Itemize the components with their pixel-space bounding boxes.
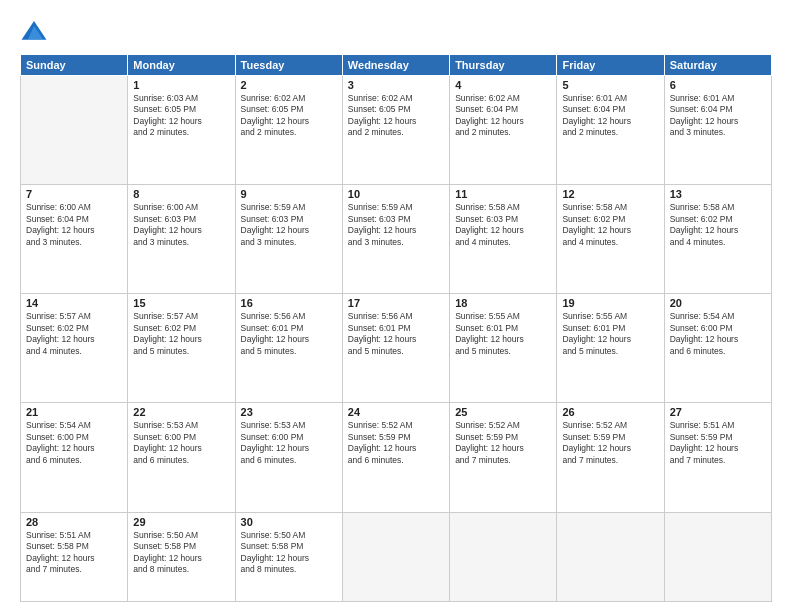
calendar-cell: 14Sunrise: 5:57 AM Sunset: 6:02 PM Dayli…	[21, 294, 128, 403]
day-number: 23	[241, 406, 337, 418]
day-header-row: SundayMondayTuesdayWednesdayThursdayFrid…	[21, 55, 772, 76]
day-info: Sunrise: 5:58 AM Sunset: 6:02 PM Dayligh…	[562, 202, 658, 248]
day-number: 12	[562, 188, 658, 200]
logo	[20, 18, 52, 46]
calendar-cell: 8Sunrise: 6:00 AM Sunset: 6:03 PM Daylig…	[128, 185, 235, 294]
day-info: Sunrise: 5:53 AM Sunset: 6:00 PM Dayligh…	[241, 420, 337, 466]
day-info: Sunrise: 5:59 AM Sunset: 6:03 PM Dayligh…	[241, 202, 337, 248]
week-row-5: 28Sunrise: 5:51 AM Sunset: 5:58 PM Dayli…	[21, 512, 772, 601]
day-number: 27	[670, 406, 766, 418]
day-number: 5	[562, 79, 658, 91]
calendar-cell: 23Sunrise: 5:53 AM Sunset: 6:00 PM Dayli…	[235, 403, 342, 512]
day-number: 29	[133, 516, 229, 528]
calendar-cell: 22Sunrise: 5:53 AM Sunset: 6:00 PM Dayli…	[128, 403, 235, 512]
day-number: 22	[133, 406, 229, 418]
day-info: Sunrise: 6:01 AM Sunset: 6:04 PM Dayligh…	[670, 93, 766, 139]
day-number: 19	[562, 297, 658, 309]
day-info: Sunrise: 6:01 AM Sunset: 6:04 PM Dayligh…	[562, 93, 658, 139]
day-info: Sunrise: 6:00 AM Sunset: 6:03 PM Dayligh…	[133, 202, 229, 248]
day-info: Sunrise: 6:02 AM Sunset: 6:05 PM Dayligh…	[241, 93, 337, 139]
day-number: 24	[348, 406, 444, 418]
calendar-cell: 13Sunrise: 5:58 AM Sunset: 6:02 PM Dayli…	[664, 185, 771, 294]
calendar-cell: 19Sunrise: 5:55 AM Sunset: 6:01 PM Dayli…	[557, 294, 664, 403]
day-number: 21	[26, 406, 122, 418]
day-header-friday: Friday	[557, 55, 664, 76]
day-info: Sunrise: 5:56 AM Sunset: 6:01 PM Dayligh…	[348, 311, 444, 357]
calendar-cell: 9Sunrise: 5:59 AM Sunset: 6:03 PM Daylig…	[235, 185, 342, 294]
day-number: 11	[455, 188, 551, 200]
calendar-cell: 20Sunrise: 5:54 AM Sunset: 6:00 PM Dayli…	[664, 294, 771, 403]
day-header-thursday: Thursday	[450, 55, 557, 76]
calendar-cell	[664, 512, 771, 601]
day-info: Sunrise: 5:56 AM Sunset: 6:01 PM Dayligh…	[241, 311, 337, 357]
day-number: 6	[670, 79, 766, 91]
day-info: Sunrise: 6:02 AM Sunset: 6:05 PM Dayligh…	[348, 93, 444, 139]
day-info: Sunrise: 5:51 AM Sunset: 5:58 PM Dayligh…	[26, 530, 122, 576]
calendar-cell	[21, 76, 128, 185]
calendar-cell: 30Sunrise: 5:50 AM Sunset: 5:58 PM Dayli…	[235, 512, 342, 601]
day-number: 8	[133, 188, 229, 200]
calendar-table: SundayMondayTuesdayWednesdayThursdayFrid…	[20, 54, 772, 602]
day-info: Sunrise: 5:53 AM Sunset: 6:00 PM Dayligh…	[133, 420, 229, 466]
day-info: Sunrise: 5:54 AM Sunset: 6:00 PM Dayligh…	[670, 311, 766, 357]
day-info: Sunrise: 5:52 AM Sunset: 5:59 PM Dayligh…	[455, 420, 551, 466]
day-number: 25	[455, 406, 551, 418]
calendar-cell: 4Sunrise: 6:02 AM Sunset: 6:04 PM Daylig…	[450, 76, 557, 185]
day-info: Sunrise: 6:00 AM Sunset: 6:04 PM Dayligh…	[26, 202, 122, 248]
week-row-2: 7Sunrise: 6:00 AM Sunset: 6:04 PM Daylig…	[21, 185, 772, 294]
day-header-sunday: Sunday	[21, 55, 128, 76]
calendar-cell	[342, 512, 449, 601]
week-row-3: 14Sunrise: 5:57 AM Sunset: 6:02 PM Dayli…	[21, 294, 772, 403]
day-info: Sunrise: 5:52 AM Sunset: 5:59 PM Dayligh…	[348, 420, 444, 466]
calendar-cell: 25Sunrise: 5:52 AM Sunset: 5:59 PM Dayli…	[450, 403, 557, 512]
day-info: Sunrise: 5:50 AM Sunset: 5:58 PM Dayligh…	[133, 530, 229, 576]
day-number: 2	[241, 79, 337, 91]
day-info: Sunrise: 5:59 AM Sunset: 6:03 PM Dayligh…	[348, 202, 444, 248]
header	[20, 18, 772, 46]
day-header-wednesday: Wednesday	[342, 55, 449, 76]
calendar-cell	[557, 512, 664, 601]
day-info: Sunrise: 5:55 AM Sunset: 6:01 PM Dayligh…	[562, 311, 658, 357]
day-info: Sunrise: 6:03 AM Sunset: 6:05 PM Dayligh…	[133, 93, 229, 139]
day-info: Sunrise: 5:55 AM Sunset: 6:01 PM Dayligh…	[455, 311, 551, 357]
calendar-cell: 26Sunrise: 5:52 AM Sunset: 5:59 PM Dayli…	[557, 403, 664, 512]
calendar-cell: 2Sunrise: 6:02 AM Sunset: 6:05 PM Daylig…	[235, 76, 342, 185]
calendar-cell: 18Sunrise: 5:55 AM Sunset: 6:01 PM Dayli…	[450, 294, 557, 403]
day-info: Sunrise: 5:58 AM Sunset: 6:03 PM Dayligh…	[455, 202, 551, 248]
day-info: Sunrise: 5:50 AM Sunset: 5:58 PM Dayligh…	[241, 530, 337, 576]
day-header-tuesday: Tuesday	[235, 55, 342, 76]
day-number: 14	[26, 297, 122, 309]
calendar-cell: 27Sunrise: 5:51 AM Sunset: 5:59 PM Dayli…	[664, 403, 771, 512]
day-number: 28	[26, 516, 122, 528]
calendar-cell: 15Sunrise: 5:57 AM Sunset: 6:02 PM Dayli…	[128, 294, 235, 403]
week-row-4: 21Sunrise: 5:54 AM Sunset: 6:00 PM Dayli…	[21, 403, 772, 512]
calendar-cell: 10Sunrise: 5:59 AM Sunset: 6:03 PM Dayli…	[342, 185, 449, 294]
day-number: 17	[348, 297, 444, 309]
day-number: 20	[670, 297, 766, 309]
day-number: 15	[133, 297, 229, 309]
day-number: 18	[455, 297, 551, 309]
logo-icon	[20, 18, 48, 46]
day-info: Sunrise: 5:58 AM Sunset: 6:02 PM Dayligh…	[670, 202, 766, 248]
calendar-cell: 28Sunrise: 5:51 AM Sunset: 5:58 PM Dayli…	[21, 512, 128, 601]
calendar-cell: 1Sunrise: 6:03 AM Sunset: 6:05 PM Daylig…	[128, 76, 235, 185]
calendar-body: 1Sunrise: 6:03 AM Sunset: 6:05 PM Daylig…	[21, 76, 772, 602]
calendar-cell: 11Sunrise: 5:58 AM Sunset: 6:03 PM Dayli…	[450, 185, 557, 294]
calendar-cell: 29Sunrise: 5:50 AM Sunset: 5:58 PM Dayli…	[128, 512, 235, 601]
calendar-cell: 3Sunrise: 6:02 AM Sunset: 6:05 PM Daylig…	[342, 76, 449, 185]
calendar-cell: 16Sunrise: 5:56 AM Sunset: 6:01 PM Dayli…	[235, 294, 342, 403]
day-number: 26	[562, 406, 658, 418]
day-number: 16	[241, 297, 337, 309]
day-info: Sunrise: 5:52 AM Sunset: 5:59 PM Dayligh…	[562, 420, 658, 466]
calendar-cell: 6Sunrise: 6:01 AM Sunset: 6:04 PM Daylig…	[664, 76, 771, 185]
calendar-cell: 21Sunrise: 5:54 AM Sunset: 6:00 PM Dayli…	[21, 403, 128, 512]
day-info: Sunrise: 6:02 AM Sunset: 6:04 PM Dayligh…	[455, 93, 551, 139]
day-number: 10	[348, 188, 444, 200]
calendar-cell: 5Sunrise: 6:01 AM Sunset: 6:04 PM Daylig…	[557, 76, 664, 185]
calendar-cell: 7Sunrise: 6:00 AM Sunset: 6:04 PM Daylig…	[21, 185, 128, 294]
day-info: Sunrise: 5:57 AM Sunset: 6:02 PM Dayligh…	[26, 311, 122, 357]
day-header-saturday: Saturday	[664, 55, 771, 76]
calendar-header: SundayMondayTuesdayWednesdayThursdayFrid…	[21, 55, 772, 76]
week-row-1: 1Sunrise: 6:03 AM Sunset: 6:05 PM Daylig…	[21, 76, 772, 185]
day-number: 1	[133, 79, 229, 91]
